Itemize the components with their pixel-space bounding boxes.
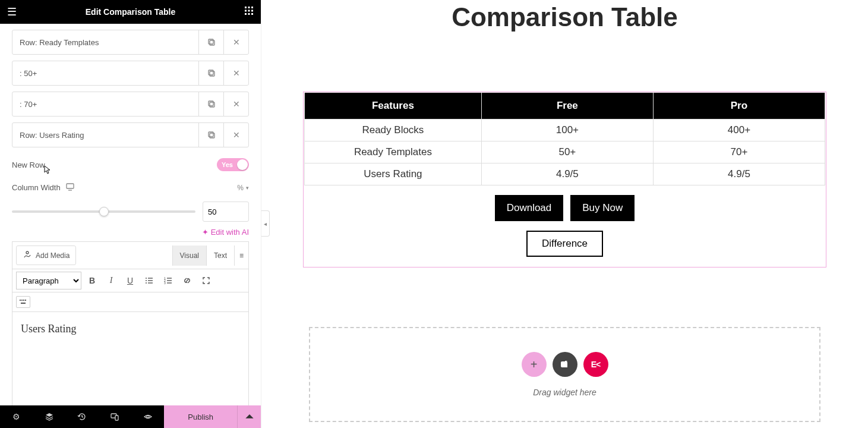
svg-rect-36: [21, 303, 26, 304]
svg-point-20: [146, 278, 147, 279]
duplicate-icon[interactable]: [198, 61, 223, 85]
table-row: Ready Blocks 100+ 400+: [305, 119, 825, 141]
add-media-button[interactable]: Add Media: [16, 246, 76, 265]
comparison-table-widget[interactable]: Features Free Pro Ready Blocks 100+ 400+…: [303, 92, 826, 268]
format-select[interactable]: Paragraph: [16, 272, 81, 289]
history-icon[interactable]: [66, 405, 99, 428]
wysiwyg-editor: Add Media Visual Text ≡ Paragraph B I U …: [12, 241, 249, 405]
table-header: Pro: [653, 93, 825, 119]
svg-point-19: [26, 251, 29, 254]
svg-rect-14: [209, 101, 213, 106]
column-width-slider[interactable]: [12, 210, 195, 213]
template-library-button[interactable]: [553, 352, 577, 377]
apps-grid-icon[interactable]: [244, 6, 254, 18]
duplicate-icon[interactable]: [198, 30, 223, 54]
sidebar-bottombar: ⚙ Publish: [0, 405, 261, 428]
keyboard-icon[interactable]: [16, 296, 30, 308]
italic-button[interactable]: I: [103, 272, 119, 289]
svg-rect-3: [245, 10, 247, 12]
svg-rect-33: [21, 300, 23, 301]
repeater-row[interactable]: Row: Users Rating ✕: [12, 122, 249, 147]
editor-textarea[interactable]: Users Rating: [12, 311, 249, 405]
repeater-row-label: : 50+: [12, 61, 198, 85]
table-buttons-row: Download Buy Now: [304, 195, 825, 221]
svg-rect-35: [25, 300, 26, 301]
remove-icon[interactable]: ✕: [223, 30, 248, 54]
svg-rect-13: [210, 102, 214, 107]
column-width-slider-row: [12, 202, 249, 222]
svg-rect-38: [115, 416, 118, 420]
field-new-row: New Row Yes: [12, 158, 249, 171]
svg-rect-7: [248, 13, 250, 15]
repeater-row[interactable]: Row: Ready Templates ✕: [12, 30, 249, 55]
elementskit-button[interactable]: E<: [583, 352, 608, 377]
navigator-icon[interactable]: [33, 405, 65, 428]
repeater-row[interactable]: : 50+ ✕: [12, 61, 249, 86]
publish-button[interactable]: Publish: [164, 405, 261, 428]
download-button[interactable]: Download: [495, 195, 564, 221]
difference-button[interactable]: Difference: [526, 231, 603, 257]
svg-rect-27: [167, 278, 172, 278]
bold-button[interactable]: B: [84, 272, 100, 289]
svg-text:3: 3: [164, 281, 166, 285]
hamburger-icon[interactable]: ☰: [7, 5, 17, 18]
table-cell: 4.9/5: [653, 163, 825, 185]
media-icon: [23, 250, 32, 261]
editor-settings-icon[interactable]: ≡: [234, 246, 248, 266]
preview-icon[interactable]: [131, 405, 164, 428]
responsive-icon[interactable]: [99, 405, 131, 428]
table-cell: 100+: [481, 119, 653, 141]
link-button[interactable]: [179, 272, 195, 289]
svg-rect-15: [210, 133, 214, 138]
add-widget-button[interactable]: +: [522, 352, 547, 377]
table-header: Features: [305, 93, 482, 119]
unit-select[interactable]: % ▾: [237, 184, 249, 192]
sparkle-icon: ✦: [202, 228, 209, 237]
svg-rect-29: [167, 280, 172, 281]
field-label: Column Width: [12, 183, 61, 192]
numbered-list-button[interactable]: 123: [160, 272, 176, 289]
widget-dropzone[interactable]: + E< Drag widget here: [309, 327, 820, 422]
collapse-panel-button[interactable]: ◂: [261, 210, 270, 237]
repeater-row[interactable]: : 70+ ✕: [12, 92, 249, 117]
svg-rect-5: [251, 10, 253, 12]
editor-tab-text[interactable]: Text: [206, 246, 234, 266]
svg-rect-4: [248, 10, 250, 12]
publish-options-caret[interactable]: [237, 405, 261, 428]
table-cell: 50+: [481, 141, 653, 163]
preview-area: ◂ Comparison Table Features Free Pro Rea…: [261, 0, 868, 428]
table-cell: 70+: [653, 141, 825, 163]
field-label: New Row: [12, 160, 217, 169]
svg-rect-8: [251, 13, 253, 15]
edit-with-ai-link[interactable]: ✦ Edit with AI: [12, 228, 249, 237]
new-row-toggle[interactable]: Yes: [217, 158, 249, 171]
buy-now-button[interactable]: Buy Now: [570, 195, 635, 221]
remove-icon[interactable]: ✕: [223, 92, 248, 116]
remove-icon[interactable]: ✕: [223, 61, 248, 85]
responsive-desktop-icon[interactable]: [65, 182, 75, 193]
svg-rect-25: [148, 282, 153, 283]
page-title: Comparison Table: [297, 2, 832, 32]
remove-icon[interactable]: ✕: [223, 123, 248, 147]
duplicate-icon[interactable]: [198, 92, 223, 116]
duplicate-icon[interactable]: [198, 123, 223, 147]
table-cell: Ready Blocks: [305, 119, 482, 141]
toggle-label: Yes: [222, 161, 233, 168]
svg-rect-1: [248, 7, 250, 8]
unit-label: %: [237, 184, 244, 192]
edit-ai-label: Edit with AI: [211, 228, 249, 237]
svg-rect-6: [245, 13, 247, 15]
svg-rect-12: [209, 70, 213, 75]
svg-point-39: [147, 416, 149, 418]
svg-rect-21: [148, 278, 153, 278]
field-column-width: Column Width % ▾: [12, 182, 249, 193]
settings-icon[interactable]: ⚙: [0, 405, 33, 428]
underline-button[interactable]: U: [122, 272, 138, 289]
svg-rect-0: [245, 7, 247, 8]
editor-tab-visual[interactable]: Visual: [172, 246, 206, 266]
fullscreen-button[interactable]: [198, 272, 214, 289]
slider-thumb[interactable]: [99, 207, 109, 216]
column-width-input[interactable]: [203, 202, 249, 222]
bullet-list-button[interactable]: [141, 272, 157, 289]
svg-point-22: [146, 280, 147, 281]
